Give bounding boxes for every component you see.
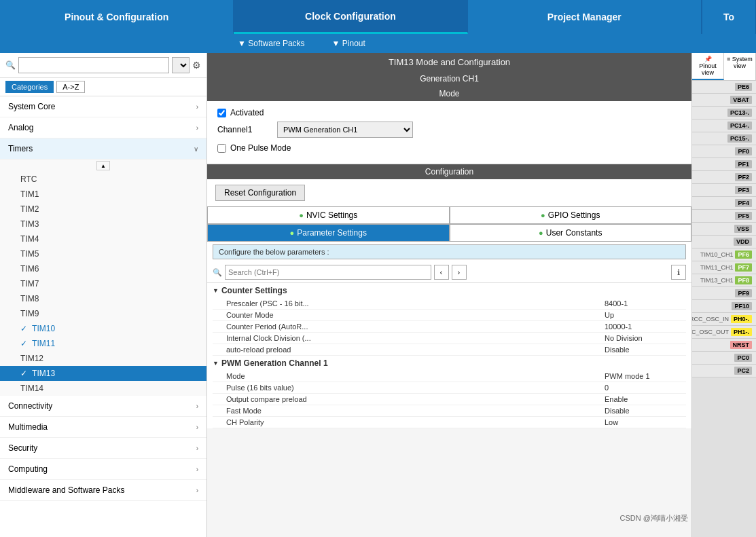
timer-item-tim11[interactable]: ✓ TIM11 [0, 336, 206, 351]
gear-icon[interactable]: ⚙ [192, 60, 201, 71]
timer-item-tim6[interactable]: TIM6 [0, 261, 206, 276]
param-pulse: Pulse (16 bits value) 0 [213, 382, 686, 394]
timer-item-tim10[interactable]: ✓ TIM10 [0, 321, 206, 336]
top-navigation: Pinout & Configuration Clock Configurati… [0, 0, 756, 34]
pin-pe6[interactable]: PE6 [692, 81, 756, 94]
chevron-down-icon: ∨ [194, 145, 198, 153]
pin-pf1[interactable]: PF1 [692, 158, 756, 171]
timer-scroll-up[interactable]: ▲ [96, 161, 110, 170]
tab-nvic-settings[interactable]: ● NVIC Settings [207, 206, 450, 224]
nav-pinout-config[interactable]: Pinout & Configuration [0, 0, 234, 34]
param-pwm-mode: Mode PWM mode 1 [213, 371, 686, 382]
pin-pf9[interactable]: PF9 [692, 287, 756, 300]
pin-pf4[interactable]: PF4 [692, 197, 756, 210]
tab-system-view[interactable]: ≡ System view [724, 53, 756, 80]
tab-parameter-settings[interactable]: ● Parameter Settings [207, 224, 450, 242]
pin-pf8[interactable]: TIM13_CH1 PF8 [692, 274, 756, 287]
pin-chip: PF2 [735, 173, 752, 181]
params-search: 🔍 ‹ › ℹ [207, 262, 691, 283]
search-next-button[interactable]: › [452, 265, 467, 280]
pin-tim11-label: TIM11_CH1 [700, 264, 734, 271]
search-input[interactable] [18, 57, 169, 73]
pin-pc2[interactable]: PC2 [692, 365, 756, 377]
pin-pf0[interactable]: PF0 [692, 145, 756, 158]
sidebar-item-analog[interactable]: Analog › [0, 117, 206, 138]
reset-configuration-button[interactable]: Reset Configuration [215, 185, 305, 201]
sidebar-item-middleware[interactable]: Middleware and Software Packs › [0, 480, 206, 501]
nav-tools[interactable]: To [702, 0, 756, 34]
timer-item-tim13[interactable]: ✓ TIM13 [0, 366, 206, 381]
pin-pf3[interactable]: PF3 [692, 184, 756, 197]
pin-chip: PF6 [735, 251, 752, 259]
nav-clock-config[interactable]: Clock Configuration [234, 0, 467, 34]
timer-item-tim7[interactable]: TIM7 [0, 276, 206, 291]
nav-project-manager[interactable]: Project Manager [468, 0, 702, 34]
timer-item-tim14[interactable]: TIM14 [0, 381, 206, 396]
timer-item-tim4[interactable]: TIM4 [0, 232, 206, 246]
nvic-check-icon: ● [299, 211, 304, 219]
activated-checkbox[interactable] [217, 109, 226, 117]
search-prev-button[interactable]: ‹ [434, 265, 449, 280]
tab-user-constants[interactable]: ● User Constants [450, 224, 692, 242]
sidebar-item-security[interactable]: Security › [0, 438, 206, 459]
pin-pf6[interactable]: TIM10_CH1 PF6 [692, 248, 756, 261]
info-button[interactable]: ℹ [671, 265, 686, 280]
pin-nrst[interactable]: NRST [692, 339, 756, 352]
pin-ph1[interactable]: RCC_OSC_OUT PH1-. [692, 326, 756, 339]
channel1-row: Channel1 PWM Generation CH1 PWM Generati… [217, 122, 681, 138]
sidebar-item-system-core[interactable]: System Core › [0, 96, 206, 117]
arrow-down-icon: ▼ [213, 360, 219, 367]
pin-pc15[interactable]: PC15-. [692, 132, 756, 145]
tab-gpio-settings[interactable]: ● GPIO Settings [450, 206, 692, 224]
subnav-pinout[interactable]: ▼ Pinout [319, 34, 379, 53]
subnav-software-packs[interactable]: ▼ Software Packs [224, 34, 319, 53]
pin-vdd[interactable]: VDD [692, 236, 756, 248]
timer-item-tim3[interactable]: TIM3 [0, 217, 206, 232]
main-layout: 🔍 ⚙ Categories A->Z System Core › Analog… [0, 53, 756, 537]
sidebar-item-computing[interactable]: Computing › [0, 459, 206, 480]
pin-vbat[interactable]: VBAT [692, 94, 756, 107]
timer-item-tim2[interactable]: TIM2 [0, 202, 206, 217]
one-pulse-checkbox[interactable] [217, 144, 226, 153]
pin-chip: PC2 [734, 367, 752, 375]
gpio-check-icon: ● [541, 211, 545, 219]
pin-pf5[interactable]: PF5 [692, 210, 756, 223]
sidebar: 🔍 ⚙ Categories A->Z System Core › Analog… [0, 53, 207, 537]
timer-item-tim12[interactable]: TIM12 [0, 351, 206, 366]
timer-item-tim5[interactable]: TIM5 [0, 246, 206, 261]
sidebar-tabs: Categories A->Z [0, 78, 206, 96]
tab-a-z[interactable]: A->Z [56, 81, 85, 93]
counter-settings-header[interactable]: ▼ Counter Settings [213, 283, 686, 298]
pin-pc14[interactable]: PC14-. [692, 119, 756, 132]
timer-item-tim9[interactable]: TIM9 [0, 306, 206, 321]
pwm-banner: Generation CH1 [207, 71, 691, 86]
search-dropdown[interactable] [172, 57, 190, 73]
channel1-select[interactable]: PWM Generation CH1 PWM Generation CH2 Ou… [277, 122, 413, 138]
sidebar-item-connectivity[interactable]: Connectivity › [0, 396, 206, 417]
chevron-right-icon: › [196, 424, 198, 431]
pin-pf2[interactable]: PF2 [692, 171, 756, 184]
tab-categories[interactable]: Categories [5, 81, 54, 93]
mode-section-header: Mode [207, 86, 691, 101]
pin-vss[interactable]: VSS [692, 223, 756, 236]
pin-pf7[interactable]: TIM11_CH1 PF7 [692, 261, 756, 274]
pin-chip: VSS [734, 225, 752, 233]
counter-settings-group: ▼ Counter Settings Prescaler (PSC - 16 b… [207, 283, 691, 356]
pin-ph0[interactable]: RCC_OSC_IN PH0-. [692, 313, 756, 326]
pin-chip: PH0-. [731, 315, 752, 323]
pinout-view-tabs: 📌 Pinout view ≡ System view [692, 53, 756, 81]
chevron-right-icon: › [196, 487, 198, 494]
pin-pc0[interactable]: PC0 [692, 352, 756, 365]
param-output-compare-preload: Output compare preload Enable [213, 394, 686, 405]
tab-pinout-view[interactable]: 📌 Pinout view [692, 53, 724, 80]
timer-item-rtc[interactable]: RTC [0, 172, 206, 187]
timer-item-tim1[interactable]: TIM1 [0, 187, 206, 202]
params-search-input[interactable] [225, 265, 431, 280]
timer-item-tim8[interactable]: TIM8 [0, 291, 206, 306]
sidebar-item-timers[interactable]: Timers ∨ [0, 138, 206, 160]
pwm-channel-header[interactable]: ▼ PWM Generation Channel 1 [213, 356, 686, 371]
pin-chip: PF3 [735, 186, 752, 194]
sidebar-item-multimedia[interactable]: Multimedia › [0, 417, 206, 438]
pin-pf10[interactable]: PF10 [692, 300, 756, 313]
pin-pc13[interactable]: PC13-. [692, 107, 756, 119]
